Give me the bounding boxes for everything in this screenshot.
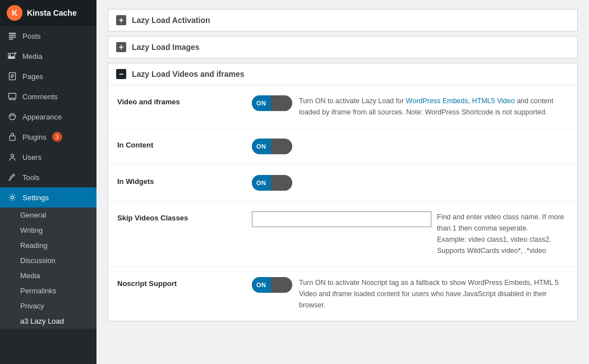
sidebar-item-posts[interactable]: Posts bbox=[0, 26, 96, 46]
settings-icon bbox=[7, 192, 18, 203]
panel-lazy-load-activation: + Lazy Load Activation bbox=[108, 9, 578, 31]
sidebar-item-pages-label: Pages bbox=[22, 72, 43, 81]
kinsta-logo-icon: K bbox=[7, 5, 22, 21]
sidebar-item-tools[interactable]: Tools bbox=[0, 167, 96, 187]
sidebar-item-users[interactable]: Users bbox=[0, 147, 96, 167]
sidebar-item-media[interactable]: Media bbox=[0, 46, 96, 66]
svg-rect-0 bbox=[9, 33, 16, 34]
skip-videos-description: Find and enter video class name. If more… bbox=[437, 211, 568, 256]
panel-lazy-load-videos: − Lazy Load Videos and iframes Video and… bbox=[108, 63, 578, 321]
skip-videos-input-row: Find and enter video class name. If more… bbox=[252, 211, 568, 256]
sidebar-item-appearance[interactable]: Appearance bbox=[0, 107, 96, 127]
sidebar-item-appearance-label: Appearance bbox=[22, 113, 62, 121]
toggle-on-label: ON bbox=[252, 95, 271, 111]
sidebar-item-pages[interactable]: Pages bbox=[0, 66, 96, 86]
comments-icon bbox=[7, 91, 18, 102]
sidebar-item-users-label: Users bbox=[22, 153, 42, 162]
noscript-content: ON Turn ON to activate Noscript tag as a… bbox=[252, 277, 568, 311]
panel-lazy-load-activation-header[interactable]: + Lazy Load Activation bbox=[108, 10, 577, 31]
panel-videos-body: Video and iframes ON Turn ON to activate… bbox=[108, 85, 577, 321]
panel-lazy-load-images-header[interactable]: + Lazy Load Images bbox=[108, 36, 577, 58]
tools-icon bbox=[7, 172, 18, 183]
settings-submenu: General Writing Reading Discussion Media… bbox=[0, 208, 96, 329]
skip-videos-content: Find and enter video class name. If more… bbox=[252, 211, 568, 256]
video-iframes-content: ON Turn ON to activate Lazy Load for Wor… bbox=[252, 95, 568, 118]
in-widgets-toggle[interactable]: ON bbox=[252, 175, 292, 191]
sidebar-logo: K Kinsta Cache bbox=[0, 0, 96, 26]
submenu-item-media-settings[interactable]: Media bbox=[0, 268, 96, 283]
submenu-item-general[interactable]: General bbox=[0, 208, 96, 223]
svg-rect-1 bbox=[9, 35, 16, 36]
appearance-icon bbox=[7, 111, 18, 122]
submenu-item-permalinks[interactable]: Permalinks bbox=[0, 283, 96, 298]
toggle-off-area bbox=[271, 95, 293, 111]
video-iframes-label: Video and iframes bbox=[117, 95, 252, 106]
in-content-toggle-on-label: ON bbox=[252, 139, 271, 154]
sidebar-item-comments[interactable]: Comments bbox=[0, 86, 96, 107]
row-skip-videos-classes: Skip Videos Classes Find and enter video… bbox=[108, 201, 577, 267]
sidebar-item-comments-label: Comments bbox=[22, 93, 58, 101]
panel-activation-title: Lazy Load Activation bbox=[132, 16, 210, 25]
panel-images-toggle-icon: + bbox=[116, 42, 126, 52]
skip-videos-label: Skip Videos Classes bbox=[117, 211, 252, 222]
panel-videos-title: Lazy Load Videos and iframes bbox=[132, 70, 244, 79]
svg-rect-2 bbox=[9, 37, 16, 38]
row-in-content: In Content ON bbox=[108, 128, 577, 165]
users-icon bbox=[7, 151, 18, 163]
noscript-toggle[interactable]: ON bbox=[252, 277, 292, 293]
content-area: + Lazy Load Activation + Lazy Load Image… bbox=[96, 0, 589, 335]
in-content-track: ON bbox=[252, 139, 292, 154]
in-content-label: In Content bbox=[117, 139, 252, 149]
skip-videos-input[interactable] bbox=[252, 211, 431, 227]
panel-activation-toggle-icon: + bbox=[116, 15, 126, 25]
svg-rect-6 bbox=[14, 53, 16, 54]
row-in-widgets: In Widgets ON bbox=[108, 165, 577, 201]
in-widgets-toggle-on-label: ON bbox=[252, 175, 271, 191]
submenu-item-writing[interactable]: Writing bbox=[0, 223, 96, 238]
sidebar: K Kinsta Cache Posts Media Pages Comment… bbox=[0, 0, 96, 364]
in-content-content: ON bbox=[252, 139, 568, 154]
submenu-item-discussion[interactable]: Discussion bbox=[0, 253, 96, 268]
svg-point-14 bbox=[11, 196, 14, 199]
in-widgets-toggle-off-area bbox=[271, 175, 293, 191]
sidebar-item-tools-label: Tools bbox=[22, 173, 39, 182]
sidebar-item-settings[interactable]: Settings bbox=[0, 187, 96, 208]
in-widgets-label: In Widgets bbox=[117, 175, 252, 186]
in-content-toggle[interactable]: ON bbox=[252, 139, 292, 154]
svg-rect-3 bbox=[9, 39, 13, 40]
panel-lazy-load-videos-header[interactable]: − Lazy Load Videos and iframes bbox=[108, 63, 577, 85]
svg-rect-12 bbox=[10, 136, 15, 140]
noscript-track: ON bbox=[252, 277, 292, 293]
submenu-item-privacy[interactable]: Privacy bbox=[0, 298, 96, 314]
sidebar-item-plugins[interactable]: Plugins 3 bbox=[0, 127, 96, 147]
in-widgets-track: ON bbox=[252, 175, 292, 191]
sidebar-item-plugins-label: Plugins bbox=[22, 133, 47, 141]
wordpress-embeds-link[interactable]: WordPress Embeds bbox=[406, 97, 468, 105]
svg-point-11 bbox=[9, 113, 15, 119]
plugins-badge: 3 bbox=[52, 132, 62, 142]
in-content-toggle-off-area bbox=[271, 139, 293, 154]
site-title: Kinsta Cache bbox=[27, 8, 77, 17]
video-iframes-description: Turn ON to activate Lazy Load for WordPr… bbox=[299, 95, 568, 118]
row-noscript-support: Noscript Support ON Turn ON to activate … bbox=[108, 267, 577, 321]
panel-videos-toggle-icon: − bbox=[116, 69, 126, 79]
html5-video-link[interactable]: HTML5 Video bbox=[472, 97, 514, 105]
noscript-label: Noscript Support bbox=[117, 277, 252, 288]
panel-images-title: Lazy Load Images bbox=[132, 43, 200, 52]
submenu-item-reading[interactable]: Reading bbox=[0, 238, 96, 253]
posts-icon bbox=[7, 30, 18, 42]
settings-arrow-icon bbox=[86, 195, 90, 200]
sidebar-item-media-label: Media bbox=[22, 52, 42, 61]
submenu-item-a3lazyload[interactable]: a3 Lazy Load bbox=[0, 314, 96, 329]
noscript-toggle-on-label: ON bbox=[252, 277, 271, 293]
main-content: + Lazy Load Activation + Lazy Load Image… bbox=[96, 0, 589, 364]
video-iframes-track: ON bbox=[252, 95, 292, 111]
in-widgets-content: ON bbox=[252, 175, 568, 191]
media-icon bbox=[7, 50, 18, 62]
row-video-iframes: Video and iframes ON Turn ON to activate… bbox=[108, 85, 577, 128]
panel-lazy-load-images: + Lazy Load Images bbox=[108, 36, 578, 58]
pages-icon bbox=[7, 71, 18, 82]
noscript-description: Turn ON to activate Noscript tag as a fa… bbox=[299, 277, 568, 311]
video-iframes-toggle[interactable]: ON bbox=[252, 95, 292, 111]
plugins-icon bbox=[7, 131, 18, 142]
